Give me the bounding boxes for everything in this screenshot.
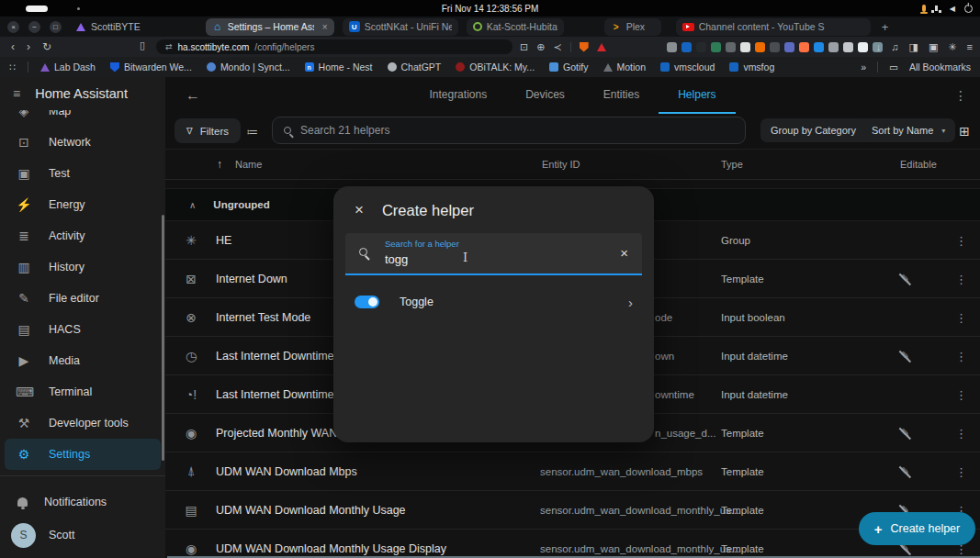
column-name[interactable]: Name xyxy=(235,159,262,170)
back-icon[interactable]: ‹ xyxy=(11,40,15,53)
row-menu-icon[interactable]: ⋮ xyxy=(955,233,967,247)
sidebar-item-media[interactable]: ▶Media xyxy=(0,345,165,376)
forward-icon[interactable]: › xyxy=(27,40,30,53)
capture-icon[interactable]: ⊡ xyxy=(520,41,528,53)
overflow-menu-icon[interactable]: ⋮ xyxy=(954,88,967,103)
sidebar-item-test[interactable]: ▣Test xyxy=(0,158,165,189)
row-menu-icon[interactable]: ⋮ xyxy=(955,310,967,324)
window-maximize-button[interactable]: □ xyxy=(50,21,62,33)
browser-tab[interactable]: UScottNKat - UniFi Network xyxy=(343,18,458,36)
tab-integrations[interactable]: Integrations xyxy=(410,77,506,114)
column-editable[interactable]: Editable xyxy=(900,159,937,170)
extension-icon[interactable] xyxy=(667,42,677,52)
column-entity-id[interactable]: Entity ID xyxy=(542,159,580,170)
sort-arrow-icon[interactable]: ↑ xyxy=(217,158,222,171)
helper-search-field[interactable]: Search for a helper togg I × xyxy=(345,233,642,275)
close-icon[interactable]: × xyxy=(355,201,364,219)
new-tab-button[interactable]: + xyxy=(882,20,889,34)
view-options-icon[interactable]: ≔ xyxy=(241,119,265,143)
sidebar-item-notifications[interactable]: Notifications xyxy=(0,486,165,518)
row-menu-icon[interactable]: ⋮ xyxy=(955,272,967,285)
extension-icon[interactable] xyxy=(740,42,750,52)
collapse-chevron-icon[interactable]: ∧ xyxy=(189,200,196,210)
sidebar-item-terminal[interactable]: ⌨Terminal xyxy=(0,376,165,407)
row-menu-icon[interactable]: ⋮ xyxy=(955,464,967,478)
column-settings-icon[interactable]: ⊞ xyxy=(952,119,976,143)
browser-tab[interactable]: ⌂Settings – Home Assistant× xyxy=(206,18,334,36)
extension-icon[interactable] xyxy=(726,42,736,52)
close-icon[interactable]: × xyxy=(322,22,328,32)
row-menu-icon[interactable]: ⋮ xyxy=(955,387,967,401)
sidebar-item-profile[interactable]: S Scott xyxy=(0,518,165,552)
sidebar-item-history[interactable]: ▥History xyxy=(0,251,165,283)
bookmarks-overflow-icon[interactable]: » xyxy=(861,61,866,73)
extension-icon[interactable] xyxy=(755,42,765,52)
extension-icon[interactable] xyxy=(770,42,780,52)
menu-icon[interactable]: ≡ xyxy=(967,41,973,52)
microphone-icon[interactable] xyxy=(922,5,926,12)
tab-entities[interactable]: Entities xyxy=(584,77,659,114)
reload-icon[interactable]: ↻ xyxy=(42,40,51,53)
sidebar-menu-icon[interactable]: ≡ xyxy=(13,86,20,101)
column-type[interactable]: Type xyxy=(721,159,743,170)
extension-icon[interactable] xyxy=(843,42,853,52)
sidebar-item-file-editor[interactable]: ✎File editor xyxy=(0,283,165,314)
adblock-shield-icon[interactable] xyxy=(580,42,589,52)
table-row[interactable]: ▤UDM WAN Download Monthly Usagesensor.ud… xyxy=(165,491,980,530)
browser-tab[interactable]: Channel content - YouTube S xyxy=(676,18,871,36)
table-row[interactable]: ⍋UDM WAN Download Mbpssensor.udm_wan_dow… xyxy=(165,452,980,491)
speed-dial-icon[interactable]: ∷ xyxy=(9,61,16,73)
create-helper-fab[interactable]: + Create helper xyxy=(859,512,975,545)
volume-icon[interactable]: ◀ xyxy=(950,5,955,13)
all-bookmarks-button[interactable]: All Bookmarks xyxy=(909,61,971,73)
clear-icon[interactable]: × xyxy=(620,245,628,261)
tiling-icon[interactable]: ▣ xyxy=(929,41,938,53)
bookmark-item[interactable]: nHome - Nest xyxy=(305,61,373,73)
extension-icon[interactable] xyxy=(696,42,706,52)
bookmark-item[interactable]: vmscloud xyxy=(660,61,715,73)
vpn-triangle-icon[interactable] xyxy=(597,43,606,51)
browser-profile[interactable]: ScottiBYTE xyxy=(76,21,141,32)
sidebar-item-settings[interactable]: ⚙Settings xyxy=(5,439,161,470)
share-icon[interactable]: ≺ xyxy=(553,41,561,53)
bookmark-item[interactable]: Mondo | Synct... xyxy=(207,61,290,73)
extension-icon[interactable] xyxy=(828,42,839,52)
bookmark-item[interactable]: Gotify xyxy=(549,61,588,73)
sidebar-item-network[interactable]: ⊡Network xyxy=(0,127,165,158)
bookmark-item[interactable]: ChatGPT xyxy=(388,61,442,73)
extension-icon[interactable] xyxy=(814,42,824,52)
filters-button[interactable]: ∇ Filters xyxy=(175,118,241,143)
site-info-icon[interactable]: ⇄ xyxy=(165,42,173,51)
search-helpers-input[interactable]: Search 21 helpers xyxy=(272,117,746,144)
row-menu-icon[interactable]: ⋮ xyxy=(955,349,967,363)
power-icon[interactable] xyxy=(964,5,973,13)
table-row[interactable]: ◉UDM WAN Download Monthly Usage Displays… xyxy=(165,530,980,558)
bookmark-item[interactable]: Motion xyxy=(603,61,647,73)
window-close-button[interactable]: × xyxy=(7,21,19,33)
window-minimize-button[interactable]: − xyxy=(28,21,40,33)
theme-icon[interactable]: ✳ xyxy=(948,41,956,53)
sort-by-dropdown[interactable]: Sort by Name ▾ xyxy=(862,118,955,142)
side-panel-icon[interactable]: ◨ xyxy=(909,41,918,53)
sidebar-item-hacs[interactable]: ▤HACS xyxy=(0,314,165,345)
url-field[interactable]: ⇄ ha.scottibyte.com/config/helpers xyxy=(156,39,513,54)
browser-tab[interactable]: Kat-Scott-Hubitat xyxy=(467,18,564,36)
network-icon[interactable] xyxy=(935,8,938,11)
tab-helpers[interactable]: Helpers xyxy=(659,77,735,114)
sidebar-item-activity[interactable]: ≣Activity xyxy=(0,220,165,251)
sidebar-item-developer-tools[interactable]: ⚒Developer tools xyxy=(0,407,165,439)
extension-icon[interactable] xyxy=(711,42,721,52)
browser-tab[interactable]: >Plex xyxy=(604,18,661,36)
bookmark-item[interactable]: Lab Dash xyxy=(40,61,96,73)
bookmark-item[interactable]: vmsfog xyxy=(729,61,774,73)
tab-devices[interactable]: Devices xyxy=(506,77,584,114)
sidebar-item-energy[interactable]: ⚡Energy xyxy=(0,189,165,220)
bookmark-icon[interactable]: ▯ xyxy=(140,39,145,51)
back-arrow-icon[interactable]: ← xyxy=(186,87,200,104)
extension-icon[interactable] xyxy=(799,42,809,52)
group-by-dropdown[interactable]: Group by Category ▾ xyxy=(760,118,878,142)
helper-type-option-toggle[interactable]: Toggle› xyxy=(342,285,646,319)
sidebar-scrollbar[interactable] xyxy=(162,215,164,461)
extension-icon[interactable] xyxy=(858,42,868,52)
media-icon[interactable]: ♫ xyxy=(891,41,898,52)
